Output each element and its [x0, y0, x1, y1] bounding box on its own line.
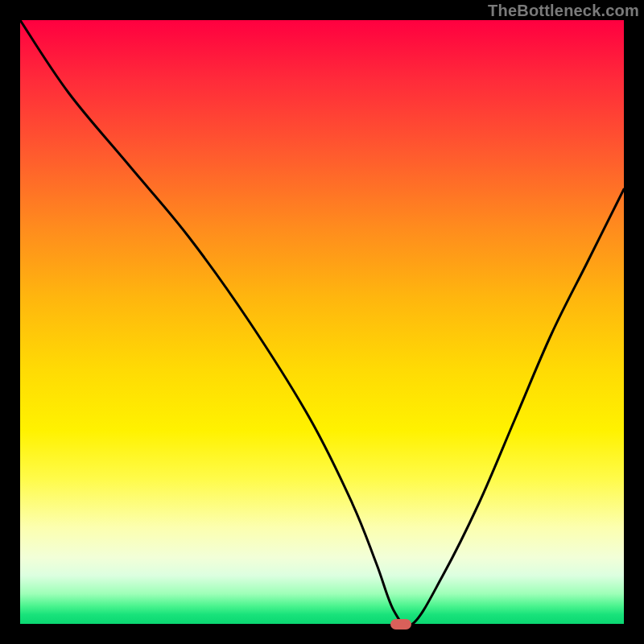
optimal-marker [390, 619, 411, 630]
chart-frame: TheBottleneck.com [0, 0, 644, 644]
watermark-text: TheBottleneck.com [488, 2, 639, 20]
curve-svg [20, 20, 624, 624]
bottleneck-curve [20, 20, 624, 624]
plot-area [20, 20, 624, 624]
